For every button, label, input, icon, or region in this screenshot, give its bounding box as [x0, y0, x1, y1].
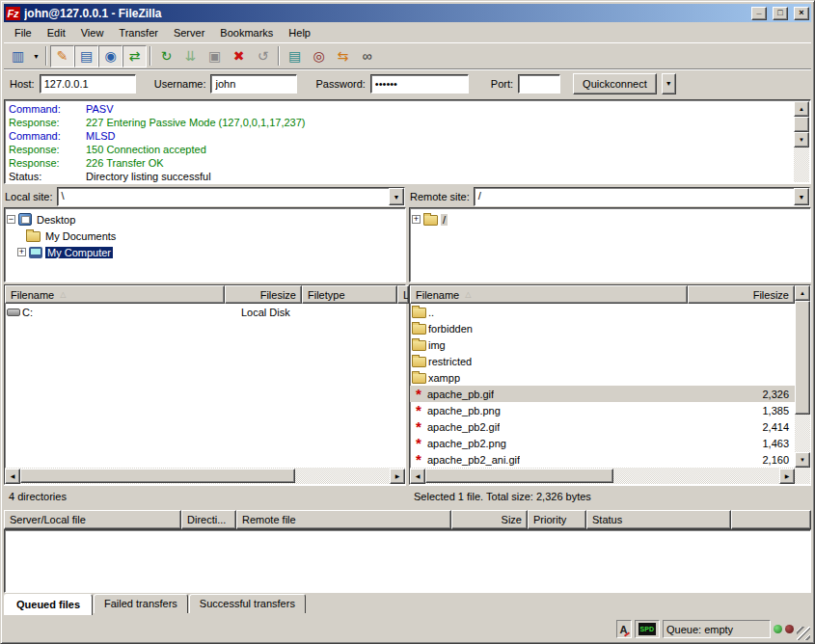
- remote-vscrollbar[interactable]: ▲ ▼: [795, 285, 810, 484]
- password-input[interactable]: [370, 74, 469, 94]
- filezilla-window: Fz john@127.0.0.1 - FileZilla _ □ × File…: [0, 0, 815, 644]
- column-header-size[interactable]: Size: [451, 510, 528, 529]
- close-button[interactable]: ×: [794, 7, 809, 20]
- column-header-filetype[interactable]: Filetype: [302, 285, 397, 304]
- tree-item-root[interactable]: + /: [412, 211, 808, 228]
- username-input[interactable]: [210, 74, 297, 94]
- file-row[interactable]: C: Local Disk: [5, 304, 405, 320]
- remote-site-combo[interactable]: / ▼: [474, 187, 810, 206]
- process-queue-button[interactable]: ⇊: [178, 45, 203, 67]
- menu-edit[interactable]: Edit: [40, 25, 73, 40]
- binoculars-icon: ∞: [363, 48, 372, 64]
- menu-server[interactable]: Server: [166, 25, 212, 40]
- column-header-filesize[interactable]: Filesize: [688, 285, 795, 304]
- host-input[interactable]: [40, 74, 136, 94]
- menu-view[interactable]: View: [73, 25, 112, 40]
- log-text: MLSD: [86, 129, 116, 143]
- remote-hscrollbar[interactable]: ◀ ▶: [410, 468, 795, 484]
- scrollbar-thumb[interactable]: [795, 301, 810, 415]
- file-row[interactable]: forbidden: [410, 320, 795, 336]
- local-hscrollbar[interactable]: ◀ ▶: [5, 468, 405, 484]
- file-row[interactable]: *apache_pb2.png1,463: [410, 435, 795, 451]
- chevron-down-icon[interactable]: ▼: [794, 188, 809, 205]
- log-text: 150 Connection accepted: [86, 143, 206, 156]
- local-tree: − Desktop My Documents + My Computer: [4, 207, 406, 282]
- datatype-indicator-icon[interactable]: A: [616, 620, 632, 638]
- scrollbar-thumb[interactable]: [20, 469, 295, 483]
- column-header-remote-file[interactable]: Remote file: [236, 510, 451, 529]
- scrollbar-thumb[interactable]: [425, 469, 613, 483]
- column-header-priority[interactable]: Priority: [528, 510, 586, 529]
- file-row[interactable]: img: [410, 336, 795, 353]
- refresh-button[interactable]: ↻: [154, 45, 178, 67]
- column-header-status[interactable]: Status: [586, 510, 731, 529]
- tab-successful-transfers[interactable]: Successful transfers: [189, 594, 306, 613]
- scroll-up-icon[interactable]: ▲: [795, 285, 810, 301]
- reconnect-button[interactable]: ↺: [251, 45, 275, 67]
- column-header-server-local-file[interactable]: Server/Local file: [4, 510, 181, 529]
- maximize-button[interactable]: □: [773, 7, 788, 20]
- expander-icon[interactable]: +: [17, 248, 26, 256]
- column-header-filename[interactable]: Filename△: [5, 285, 225, 304]
- menu-help[interactable]: Help: [281, 25, 318, 40]
- toggle-local-tree-button[interactable]: ▤: [74, 45, 98, 67]
- scroll-up-icon[interactable]: ▲: [794, 101, 809, 117]
- desktop-icon: [18, 213, 32, 226]
- column-header-lastmodified[interactable]: L: [397, 285, 409, 304]
- file-row[interactable]: ..: [410, 304, 795, 320]
- quickconnect-dropdown-button[interactable]: ▼: [662, 73, 676, 94]
- host-label: Host:: [10, 78, 35, 90]
- chevron-down-icon: ▼: [33, 53, 40, 60]
- tab-failed-transfers[interactable]: Failed transfers: [94, 594, 188, 613]
- file-name: apache_pb2.gif: [425, 421, 500, 433]
- file-row[interactable]: *apache_pb2.gif2,414: [410, 418, 795, 435]
- scroll-down-icon[interactable]: ▼: [794, 132, 809, 148]
- site-manager-button[interactable]: ▥: [6, 45, 30, 67]
- file-row[interactable]: *apache_pb.png1,385: [410, 402, 795, 418]
- menu-bookmarks[interactable]: Bookmarks: [212, 25, 281, 40]
- column-header-direction[interactable]: Directi...: [181, 510, 236, 529]
- file-name: restricted: [426, 356, 472, 367]
- toggle-message-log-button[interactable]: ✎: [50, 45, 74, 67]
- scroll-down-icon[interactable]: ▼: [795, 452, 810, 468]
- tree-item-desktop[interactable]: − Desktop: [7, 211, 403, 228]
- expander-icon[interactable]: +: [412, 215, 421, 224]
- tab-queued-files[interactable]: Queued files: [4, 594, 93, 615]
- toggle-remote-tree-button[interactable]: ◉: [98, 45, 122, 67]
- directory-comparison-button[interactable]: ◎: [307, 45, 331, 67]
- file-row-selected[interactable]: *apache_pb.gif2,326: [410, 386, 795, 402]
- local-site-combo[interactable]: \ ▼: [57, 187, 405, 206]
- scroll-right-icon[interactable]: ▶: [390, 469, 405, 484]
- find-files-button[interactable]: ∞: [355, 45, 379, 67]
- menu-file[interactable]: File: [7, 25, 40, 40]
- port-input[interactable]: [518, 74, 560, 94]
- file-row[interactable]: restricted: [410, 353, 795, 369]
- resize-grip[interactable]: [797, 627, 810, 640]
- column-header-filesize[interactable]: Filesize: [225, 285, 302, 304]
- scroll-left-icon[interactable]: ◀: [410, 469, 425, 484]
- menu-transfer[interactable]: Transfer: [111, 25, 166, 40]
- minimize-button[interactable]: _: [751, 7, 767, 20]
- filename-filters-button[interactable]: ▤: [283, 45, 307, 67]
- local-site-value: \: [58, 188, 389, 205]
- disconnect-button[interactable]: ✖: [227, 45, 251, 67]
- expander-icon[interactable]: −: [7, 215, 15, 224]
- site-manager-dropdown-button[interactable]: ▼: [30, 45, 42, 67]
- log-scrollbar[interactable]: ▲ ▼: [794, 101, 809, 182]
- speed-limit-indicator[interactable]: SPD: [635, 620, 660, 638]
- scroll-left-icon[interactable]: ◀: [5, 469, 20, 484]
- file-name: forbidden: [426, 323, 473, 335]
- cancel-button[interactable]: ▣: [203, 45, 227, 67]
- synchronized-browsing-button[interactable]: ⇆: [331, 45, 355, 67]
- queue-body[interactable]: [4, 529, 811, 593]
- column-header-filename[interactable]: Filename△: [410, 285, 688, 304]
- toggle-queue-button[interactable]: ⇄: [122, 45, 147, 67]
- tree-item-my-computer[interactable]: + My Computer: [17, 244, 403, 260]
- chevron-down-icon[interactable]: ▼: [389, 188, 404, 205]
- scroll-right-icon[interactable]: ▶: [779, 469, 795, 484]
- file-row[interactable]: xampp: [410, 369, 795, 386]
- tree-item-my-documents[interactable]: My Documents: [26, 228, 403, 244]
- quickconnect-button[interactable]: Quickconnect: [573, 73, 657, 94]
- scrollbar-thumb[interactable]: [794, 117, 809, 132]
- file-row[interactable]: *apache_pb2_ani.gif2,160: [410, 451, 795, 468]
